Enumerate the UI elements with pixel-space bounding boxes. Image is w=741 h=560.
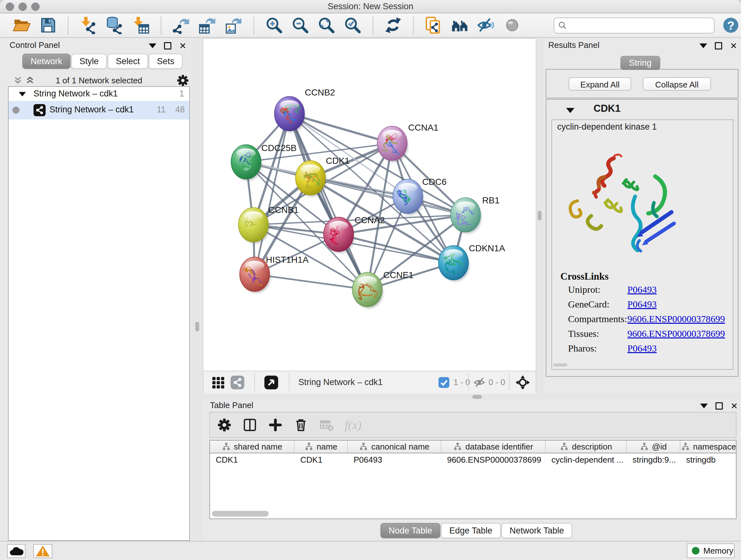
column-header-canonical-name[interactable]: canonical name: [348, 441, 441, 453]
column-header-namespace[interactable]: namespace: [680, 441, 737, 453]
save-session-icon[interactable]: [39, 16, 57, 34]
network-to-clipboard-icon[interactable]: [425, 16, 443, 34]
tab-edge-table[interactable]: Edge Table: [441, 523, 501, 538]
node-table[interactable]: shared namenamecanonical namedatabase id…: [209, 440, 737, 519]
entry-gene-name: CDK1: [594, 103, 620, 114]
memory-status-icon: [692, 547, 699, 555]
column-header-shared-name[interactable]: shared name: [210, 441, 294, 453]
crosslinks-title: CrossLinks: [560, 271, 609, 282]
show-hidden-icon[interactable]: [503, 16, 521, 34]
expand-all-button[interactable]: Expand All: [569, 77, 631, 91]
entry-collapse-icon[interactable]: [566, 108, 575, 113]
first-neighbors-icon[interactable]: [451, 16, 469, 34]
panel-close-icon[interactable]: ✕: [179, 43, 186, 49]
import-network-from-database-icon[interactable]: [106, 16, 124, 34]
warnings-button[interactable]: [33, 544, 52, 558]
column-header-database-identifier[interactable]: database identifier: [441, 441, 546, 453]
panel-float-icon[interactable]: [716, 402, 723, 410]
delete-table-icon[interactable]: [319, 418, 334, 432]
search-icon: [558, 21, 567, 30]
results-controls-box: Expand All Collapse All: [546, 69, 738, 98]
cloud-button[interactable]: [7, 544, 25, 558]
node-label-CDC25B: CDC25B: [261, 143, 296, 153]
column-type-icon: [560, 442, 569, 451]
crosslink-link[interactable]: 9606.ENSP00000378699: [627, 314, 725, 324]
hidden-eye-icon[interactable]: [473, 376, 485, 388]
splitter-handle[interactable]: [195, 322, 199, 331]
column-header-description[interactable]: description: [546, 441, 627, 453]
network-label: String Network – cdk1: [50, 105, 134, 115]
export-image-icon[interactable]: [225, 16, 243, 34]
zoom-fit-icon[interactable]: [318, 16, 335, 34]
open-in-window-icon[interactable]: [264, 375, 279, 390]
tab-node-table[interactable]: Node Table: [381, 523, 441, 538]
table-cell: 9606.ENSP00000378699: [441, 453, 546, 466]
collection-expand-icon[interactable]: [19, 92, 26, 97]
refresh-icon[interactable]: [384, 16, 402, 34]
column-header-@id[interactable]: @id: [627, 441, 680, 453]
collapse-all-button[interactable]: Collapse All: [643, 77, 711, 91]
splitter-handle[interactable]: [538, 211, 542, 220]
delete-column-icon[interactable]: [293, 418, 308, 432]
panel-menu-icon[interactable]: [149, 44, 156, 48]
network-canvas[interactable]: CCNB2CCNA1CDC25BCDK1CDC6RB1CCNB1CCNA2CDK…: [203, 39, 536, 371]
zoom-out-icon[interactable]: [291, 16, 309, 34]
crosslink-link[interactable]: P06493: [627, 284, 657, 295]
tab-sets[interactable]: Sets: [149, 54, 183, 69]
panel-menu-icon[interactable]: [699, 44, 707, 48]
network-row-selected[interactable]: String Network – cdk1 11 48: [9, 101, 189, 119]
zoom-selected-icon[interactable]: [344, 16, 361, 34]
search-field: [554, 17, 715, 34]
help-icon[interactable]: ?: [722, 17, 739, 34]
column-type-icon: [222, 442, 231, 451]
import-table-from-file-icon[interactable]: [132, 16, 150, 34]
create-column-icon[interactable]: [268, 418, 283, 432]
zoom-in-icon[interactable]: [265, 16, 283, 34]
card-scrollbar[interactable]: [553, 363, 567, 367]
memory-button[interactable]: Memory: [687, 543, 735, 558]
import-network-from-file-icon[interactable]: [79, 16, 97, 34]
panel-float-icon[interactable]: [715, 42, 722, 50]
panel-float-icon[interactable]: [164, 42, 172, 50]
crosslink-link[interactable]: P06493: [627, 343, 657, 354]
table-row[interactable]: CDK1CDK1P064939606.ENSP00000378699cyclin…: [210, 453, 736, 466]
splitter-handle[interactable]: [472, 395, 482, 399]
toolbar-separator: [413, 16, 414, 35]
open-session-icon[interactable]: [13, 16, 30, 34]
crosslink-link[interactable]: P06493: [627, 299, 657, 310]
tab-string[interactable]: String: [620, 56, 660, 70]
selected-checkbox-icon[interactable]: [439, 377, 449, 388]
hide-selected-icon[interactable]: [477, 16, 495, 34]
protein-structure-image: [561, 149, 680, 256]
crosslink-label: Uniprot:: [568, 284, 601, 295]
results-panel: Results Panel ✕ String Expand All Collap…: [543, 38, 741, 393]
column-header-label: @id: [652, 442, 667, 452]
table-cell: CDK1: [210, 453, 294, 466]
panel-menu-icon[interactable]: [700, 403, 708, 408]
left-splitter[interactable]: [192, 38, 203, 393]
table-panel-tabs: Node TableEdge TableNetwork Table: [381, 523, 573, 538]
export-network-icon[interactable]: [172, 16, 190, 34]
tab-select[interactable]: Select: [108, 54, 148, 69]
function-builder-icon[interactable]: f(x): [345, 418, 361, 432]
export-table-icon[interactable]: [199, 16, 216, 34]
share-view-icon[interactable]: [230, 375, 245, 390]
panel-close-icon[interactable]: ✕: [730, 43, 737, 49]
tab-style[interactable]: Style: [71, 54, 107, 69]
grid-view-icon[interactable]: [211, 375, 226, 390]
bottom-splitter[interactable]: [203, 393, 741, 400]
tab-network-table[interactable]: Network Table: [501, 523, 572, 538]
table-horizontal-scrollbar[interactable]: [212, 511, 269, 516]
table-settings-gear-icon[interactable]: [217, 418, 232, 432]
column-manager-icon[interactable]: [243, 418, 257, 432]
network-collection-row[interactable]: String Network – cdk1 1: [9, 88, 189, 101]
right-splitter[interactable]: [536, 38, 543, 393]
memory-label: Memory: [703, 544, 733, 557]
panel-close-icon[interactable]: ✕: [731, 403, 738, 409]
crosshair-icon[interactable]: [515, 375, 530, 390]
crosslink-link[interactable]: 9606.ENSP00000378699: [627, 328, 725, 339]
column-header-name[interactable]: name: [294, 441, 348, 453]
network-view: CCNB2CCNA1CDC25BCDK1CDC6RB1CCNB1CCNA2CDK…: [203, 38, 536, 393]
search-input[interactable]: [571, 19, 710, 32]
tab-network[interactable]: Network: [22, 54, 71, 69]
